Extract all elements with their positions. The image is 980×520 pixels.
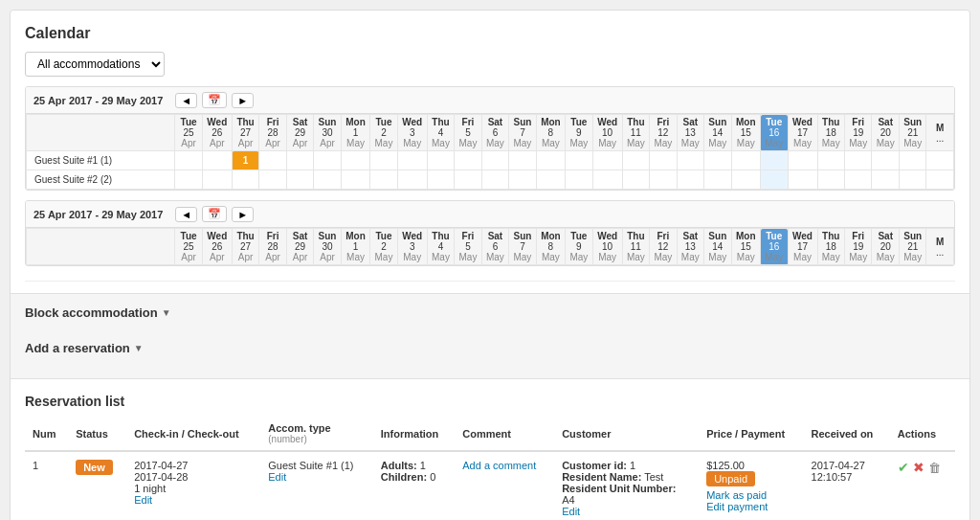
room-cell-1-26	[899, 170, 925, 190]
room-cell-1-21	[761, 170, 788, 190]
room-cell-0-7	[370, 151, 397, 170]
day-header-12: Sun7May	[509, 115, 536, 151]
add-comment-link[interactable]: Add a comment	[462, 460, 536, 471]
room-cell-1-3	[259, 170, 286, 190]
day-header-2: Thu27Apr	[232, 115, 258, 151]
day-header-6: Mon1May	[341, 115, 369, 151]
day-header-21: Tue16May	[761, 115, 788, 151]
cell-actions: ✔ ✖ 🗑	[890, 451, 955, 520]
room-cell-1-8	[397, 170, 427, 190]
col-checkin: Check-in / Check-out	[126, 417, 260, 451]
room-cell-1-11	[481, 170, 508, 190]
room-cell-1-2	[232, 170, 258, 190]
room-cell-0-27	[926, 151, 954, 170]
calendar-calendar-button[interactable]: 📅	[202, 92, 227, 108]
room-cell-1-12	[509, 170, 536, 190]
accommodations-dropdown[interactable]: All accommodations	[25, 52, 165, 77]
room-cell-1-13	[536, 170, 565, 190]
day-header-27: M...	[926, 115, 954, 151]
day-header-7: Tue2May	[370, 229, 397, 265]
received-time: 12:10:57	[812, 471, 853, 483]
day-header-15: Wed10May	[592, 229, 622, 265]
day-header-24: Fri19May	[844, 229, 871, 265]
room-cell-0-24	[844, 151, 871, 170]
room-cell-0-1	[202, 151, 232, 170]
calendar-section: Calendar All accommodations 25 Apr 2017 …	[25, 25, 955, 266]
edit-dates-link[interactable]: Edit	[134, 494, 152, 506]
day-header-0: Tue25Apr	[175, 115, 202, 151]
cell-accom: Guest Suite #1 (1) Edit	[260, 451, 373, 520]
cell-info: Adults: 1 Children: 0	[373, 451, 455, 520]
room-cell-0-2: 1	[232, 151, 258, 170]
calendar-bottom-scroll[interactable]: Tue25AprWed26AprThu27AprFri28AprSat29Apr…	[26, 228, 954, 265]
day-header-9: Thu4May	[427, 229, 454, 265]
day-header-8: Wed3May	[397, 229, 427, 265]
calendar-next-button[interactable]: ►	[232, 93, 254, 108]
reservation-list-section: Reservation list Num Status Check-in / C…	[25, 394, 955, 520]
room-cell-1-14	[566, 170, 592, 190]
room-cell-0-10	[455, 151, 481, 170]
calendar-bottom: 25 Apr 2017 - 29 May 2017 ◄ 📅 ► Tue25Apr…	[25, 200, 955, 266]
calendar-top-table: Tue25AprWed26AprThu27AprFri28AprSat29Apr…	[26, 114, 954, 190]
room-row-0: Guest Suite #1 (1)1	[27, 151, 954, 170]
calendar-bottom-next-button[interactable]: ►	[232, 207, 254, 222]
col-num: Num	[25, 417, 68, 451]
divider-1	[25, 281, 955, 282]
room-header-col	[27, 115, 175, 151]
approve-icon[interactable]: ✔	[898, 460, 909, 475]
children-label: Children:	[381, 471, 427, 483]
received-date: 2017-04-27	[812, 460, 865, 471]
calendar-bottom-calendar-button[interactable]: 📅	[202, 206, 227, 222]
add-reservation-link[interactable]: Add a reservation ▼	[25, 341, 144, 355]
day-header-20: Mon15May	[731, 229, 760, 265]
day-header-27: M...	[926, 229, 954, 265]
room-cell-0-5	[314, 151, 341, 170]
day-header-10: Fri5May	[455, 229, 481, 265]
room-cell-0-21	[761, 151, 788, 170]
calendar-top: 25 Apr 2017 - 29 May 2017 ◄ 📅 ► Tue25Apr…	[25, 86, 955, 191]
calendar-bottom-date-range: 25 Apr 2017 - 29 May 2017	[33, 209, 163, 220]
day-header-14: Tue9May	[566, 229, 592, 265]
accom-edit-link[interactable]: Edit	[268, 471, 286, 483]
day-header-19: Sun14May	[704, 229, 731, 265]
room-cell-0-14	[566, 151, 592, 170]
room-cell-1-19	[704, 170, 731, 190]
calendar-prev-button[interactable]: ◄	[175, 93, 197, 108]
col-price: Price / Payment	[699, 417, 803, 451]
resident-name-val: Test	[644, 471, 663, 483]
accommodations-dropdown-wrapper: All accommodations	[25, 52, 955, 77]
delete-icon[interactable]: 🗑	[928, 461, 941, 475]
room-cell-0-12	[509, 151, 536, 170]
room-cell-0-6	[341, 151, 369, 170]
mark-as-paid-link[interactable]: Mark as paid	[706, 489, 767, 501]
col-customer: Customer	[554, 417, 699, 451]
day-header-25: Sat20May	[872, 115, 899, 151]
day-header-5: Sun30Apr	[314, 229, 341, 265]
room-cell-1-22	[788, 170, 817, 190]
room-cell-0-9	[427, 151, 454, 170]
calendar-bottom-prev-button[interactable]: ◄	[175, 207, 197, 222]
day-header-5: Sun30Apr	[314, 115, 341, 151]
calendar-top-scroll[interactable]: Tue25AprWed26AprThu27AprFri28AprSat29Apr…	[26, 114, 954, 190]
main-container: Calendar All accommodations 25 Apr 2017 …	[10, 10, 970, 520]
room-cell-0-26	[899, 151, 925, 170]
room-label-0: Guest Suite #1 (1)	[27, 151, 175, 170]
adults-val: 1	[420, 460, 426, 471]
room-cell-1-16	[622, 170, 649, 190]
block-accommodation-link[interactable]: Block accommodation ▼	[25, 305, 171, 320]
room-cell-0-8	[397, 151, 427, 170]
block-accommodation-label: Block accommodation	[25, 305, 158, 320]
cell-num: 1	[25, 451, 68, 520]
edit-payment-link[interactable]: Edit payment	[706, 501, 768, 512]
day-header-3: Fri28Apr	[259, 115, 286, 151]
room-cell-1-0	[175, 170, 202, 190]
day-header-7: Tue2May	[370, 115, 397, 151]
cell-status: New	[68, 451, 126, 520]
nights: 1 night	[134, 483, 166, 494]
reject-icon[interactable]: ✖	[913, 460, 924, 475]
day-header-6: Mon1May	[341, 229, 369, 265]
col-accom: Accom. type (number)	[260, 417, 373, 451]
room-row-1: Guest Suite #2 (2)	[27, 170, 954, 190]
customer-id-val: 1	[630, 460, 635, 471]
customer-edit-link[interactable]: Edit	[562, 506, 580, 517]
